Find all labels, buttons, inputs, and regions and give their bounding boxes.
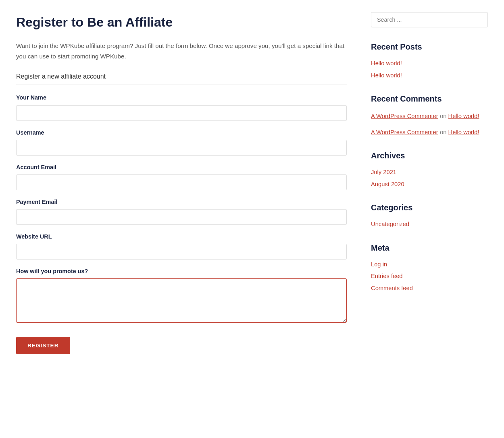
intro-text: Want to join the WPKube affiliate progra… — [16, 41, 347, 62]
sidebar-categories: Categories Uncategorized — [371, 201, 488, 229]
how-promote-textarea[interactable] — [16, 278, 347, 323]
recent-post-link-1[interactable]: Hello world! — [371, 59, 488, 69]
comment-on-1: on — [440, 113, 448, 119]
page-title: Register to Be an Affiliate — [16, 12, 347, 33]
your-name-input[interactable] — [16, 105, 347, 121]
form-group-username: Username — [16, 128, 347, 156]
form-group-account-email: Account Email — [16, 163, 347, 190]
meta-login-link[interactable]: Log in — [371, 260, 488, 270]
archive-link-2[interactable]: August 2020 — [371, 180, 488, 189]
meta-title: Meta — [371, 241, 488, 254]
sidebar: Recent Posts Hello world! Hello world! R… — [371, 12, 488, 354]
label-username: Username — [16, 128, 347, 137]
register-button[interactable]: REGISTER — [16, 337, 70, 354]
username-input[interactable] — [16, 140, 347, 156]
main-content: Register to Be an Affiliate Want to join… — [16, 12, 347, 354]
recent-post-link-2[interactable]: Hello world! — [371, 71, 488, 81]
categories-title: Categories — [371, 201, 488, 214]
meta-comments-feed-link[interactable]: Comments feed — [371, 284, 488, 293]
category-link-1[interactable]: Uncategorized — [371, 220, 488, 229]
sidebar-recent-posts: Recent Posts Hello world! Hello world! — [371, 40, 488, 80]
comment-entry-2: A WordPress Commenter on Hello world! — [371, 127, 488, 137]
archives-title: Archives — [371, 149, 488, 162]
label-payment-email: Payment Email — [16, 197, 347, 207]
comment-entry-1: A WordPress Commenter on Hello world! — [371, 111, 488, 121]
meta-entries-feed-link[interactable]: Entries feed — [371, 272, 488, 281]
label-your-name: Your Name — [16, 93, 347, 102]
form-group-your-name: Your Name — [16, 93, 347, 120]
recent-posts-title: Recent Posts — [371, 40, 488, 53]
sidebar-recent-comments: Recent Comments A WordPress Commenter on… — [371, 92, 488, 137]
payment-email-input[interactable] — [16, 209, 347, 225]
commenter-link-1[interactable]: A WordPress Commenter — [371, 113, 438, 119]
sidebar-meta: Meta Log in Entries feed Comments feed — [371, 241, 488, 293]
comment-post-link-1[interactable]: Hello world! — [448, 113, 479, 119]
commenter-link-2[interactable]: A WordPress Commenter — [371, 129, 438, 135]
website-url-input[interactable] — [16, 244, 347, 259]
search-input[interactable] — [371, 12, 488, 27]
archive-link-1[interactable]: July 2021 — [371, 168, 488, 177]
comment-on-2: on — [440, 129, 448, 135]
label-website-url: Website URL — [16, 232, 347, 241]
account-email-input[interactable] — [16, 174, 347, 190]
form-group-payment-email: Payment Email — [16, 197, 347, 225]
form-group-website-url: Website URL — [16, 232, 347, 259]
affiliate-registration-form: Your Name Username Account Email Payment… — [16, 93, 347, 354]
form-section-title: Register a new affiliate account — [16, 71, 347, 85]
sidebar-archives: Archives July 2021 August 2020 — [371, 149, 488, 189]
recent-comments-title: Recent Comments — [371, 92, 488, 105]
page-wrapper: Register to Be an Affiliate Want to join… — [0, 0, 504, 366]
form-group-promotion: How will you promote us? — [16, 267, 347, 326]
label-account-email: Account Email — [16, 163, 347, 172]
comment-post-link-2[interactable]: Hello world! — [448, 129, 479, 135]
label-how-promote: How will you promote us? — [16, 267, 347, 276]
